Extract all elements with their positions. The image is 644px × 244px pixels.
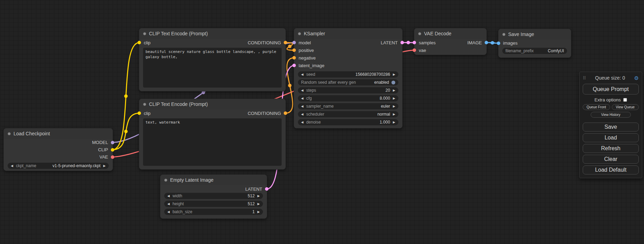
port-positive-input[interactable]	[292, 48, 296, 52]
node-title-bar[interactable]: CLIP Text Encode (Prompt)	[139, 99, 285, 109]
collapse-dot[interactable]	[143, 32, 146, 35]
port-image-output[interactable]	[485, 41, 488, 44]
output-slot-label: LATENT	[245, 187, 262, 192]
arrow-left-icon[interactable]: ◀	[301, 73, 303, 76]
widget-seed[interactable]: ◀ seed 156680208700286 ▶	[298, 71, 398, 78]
widget-value: 156680208700286	[355, 72, 390, 77]
arrow-left-icon[interactable]: ◀	[301, 121, 303, 124]
collapse-dot[interactable]	[8, 132, 11, 135]
node-load-checkpoint[interactable]: Load Checkpoint MODEL CLIP VAE ◀ ckpt_na…	[3, 128, 113, 171]
port-vae-input[interactable]	[413, 48, 416, 52]
port-clip-output[interactable]	[111, 148, 114, 152]
node-title-bar[interactable]: Save Image	[499, 29, 571, 39]
node-title-bar[interactable]: KSampler	[294, 28, 402, 39]
node-clip-text-encode-negative[interactable]: CLIP Text Encode (Prompt) clip CONDITION…	[139, 99, 286, 170]
positive-prompt-textarea[interactable]: beautiful scenery nature glass bottle la…	[143, 48, 282, 88]
arrow-right-icon[interactable]: ▶	[257, 202, 260, 206]
arrow-right-icon[interactable]: ▶	[257, 210, 260, 214]
arrow-left-icon[interactable]: ◀	[167, 210, 170, 214]
widget-steps[interactable]: ◀ steps 20 ▶	[298, 87, 398, 93]
extra-options-checkbox[interactable]	[623, 98, 627, 102]
widget-height[interactable]: ◀ height 512 ▶	[164, 201, 263, 207]
node-title-bar[interactable]: Empty Latent Image	[160, 175, 267, 185]
widget-label: scheduler	[306, 112, 324, 117]
widget-sampler-name[interactable]: ◀ sampler_name euler ▶	[298, 103, 398, 109]
view-queue-button[interactable]: View Queue	[612, 104, 639, 110]
node-title-bar[interactable]: VAE Decode	[414, 28, 486, 39]
collapse-dot[interactable]	[418, 32, 421, 35]
arrow-left-icon[interactable]: ◀	[167, 195, 170, 198]
port-vae-output[interactable]	[111, 155, 114, 159]
widget-label: denoise	[306, 120, 321, 125]
refresh-button[interactable]: Refresh	[583, 144, 639, 153]
graph-canvas[interactable]: Load Checkpoint MODEL CLIP VAE ◀ ckpt_na…	[0, 0, 644, 244]
arrow-left-icon[interactable]: ◀	[301, 113, 303, 116]
arrow-left-icon[interactable]: ◀	[11, 164, 13, 168]
collapse-dot[interactable]	[143, 103, 146, 106]
node-empty-latent-image[interactable]: Empty Latent Image LATENT ◀ width 512 ▶ …	[160, 174, 267, 219]
node-title-bar[interactable]: CLIP Text Encode (Prompt)	[139, 28, 285, 39]
widget-random-seed-toggle[interactable]: Random seed after every gen enabled	[298, 79, 398, 85]
queue-prompt-button[interactable]: Queue Prompt	[583, 84, 639, 94]
port-clip-input[interactable]	[138, 41, 141, 44]
node-clip-text-encode-positive[interactable]: CLIP Text Encode (Prompt) clip CONDITION…	[139, 28, 286, 91]
widget-denoise[interactable]: ◀ denoise 1.000 ▶	[298, 119, 398, 125]
widget-cfg[interactable]: ◀ cfg 8.000 ▶	[298, 95, 398, 101]
slot-row-model-latent: model LATENT	[294, 39, 402, 46]
collapse-dot[interactable]	[502, 33, 505, 36]
save-button[interactable]: Save	[583, 123, 639, 132]
drag-handle-icon[interactable]: ⠿	[583, 75, 586, 81]
arrow-right-icon[interactable]: ▶	[257, 195, 260, 198]
node-vae-decode[interactable]: VAE Decode samples IMAGE vae	[414, 28, 487, 55]
node-title: Save Image	[508, 31, 534, 37]
widget-value: 1	[252, 209, 255, 214]
view-history-button[interactable]: View History	[591, 112, 631, 118]
widget-batch-size[interactable]: ◀ batch_size 1 ▶	[164, 209, 263, 215]
port-latent-image-input[interactable]	[292, 64, 296, 67]
widget-ckpt-name[interactable]: ◀ ckpt_name v1-5-pruned-emaonly.ckpt ▶	[8, 163, 109, 169]
port-samples-input[interactable]	[413, 41, 416, 44]
widget-filename-prefix[interactable]: filename_prefix ComfyUI	[502, 48, 567, 54]
arrow-right-icon[interactable]: ▶	[103, 164, 106, 168]
collapse-dot[interactable]	[298, 32, 301, 35]
widget-value: 512	[248, 201, 255, 206]
load-button[interactable]: Load	[583, 133, 639, 142]
port-latent-output[interactable]	[265, 187, 268, 191]
clear-button[interactable]: Clear	[583, 155, 639, 164]
port-conditioning-output[interactable]	[284, 111, 287, 115]
collapse-dot[interactable]	[164, 179, 167, 182]
port-latent-output[interactable]	[400, 41, 404, 44]
arrow-left-icon[interactable]: ◀	[301, 89, 303, 92]
load-default-button[interactable]: Load Default	[583, 165, 639, 174]
arrow-left-icon[interactable]: ◀	[301, 105, 303, 108]
widget-width[interactable]: ◀ width 512 ▶	[164, 193, 263, 199]
arrow-right-icon[interactable]: ▶	[393, 97, 395, 100]
arrow-right-icon[interactable]: ▶	[393, 89, 395, 92]
toggle-dot-icon[interactable]	[391, 81, 395, 84]
node-title-bar[interactable]: Load Checkpoint	[4, 128, 113, 139]
gear-icon[interactable]: ⚙	[634, 75, 639, 81]
port-model-input[interactable]	[292, 41, 296, 44]
node-save-image[interactable]: Save Image images filename_prefix ComfyU…	[498, 29, 571, 58]
queue-front-button[interactable]: Queue Front	[583, 104, 610, 110]
link-midpoint-dot	[407, 41, 410, 44]
arrow-right-icon[interactable]: ▶	[393, 73, 395, 76]
widget-value: euler	[381, 104, 390, 109]
negative-prompt-textarea[interactable]: text, watermark	[143, 118, 282, 166]
widget-scheduler[interactable]: ◀ scheduler normal ▶	[298, 111, 398, 117]
link-midpoint-dot	[124, 94, 128, 98]
port-images-input[interactable]	[497, 42, 500, 45]
port-negative-input[interactable]	[292, 56, 296, 60]
port-model-output[interactable]	[111, 141, 114, 144]
arrow-right-icon[interactable]: ▶	[393, 113, 395, 116]
input-slot-positive: positive	[294, 46, 402, 54]
widget-value: ComfyUI	[548, 48, 564, 53]
port-conditioning-output[interactable]	[284, 41, 287, 44]
node-ksampler[interactable]: KSampler model LATENT positive negative …	[294, 28, 403, 128]
port-clip-input[interactable]	[138, 111, 141, 115]
arrow-right-icon[interactable]: ▶	[393, 121, 395, 124]
arrow-left-icon[interactable]: ◀	[167, 202, 170, 206]
arrow-left-icon[interactable]: ◀	[301, 97, 303, 100]
arrow-right-icon[interactable]: ▶	[393, 105, 395, 108]
output-slot-label: MODEL	[92, 140, 108, 145]
